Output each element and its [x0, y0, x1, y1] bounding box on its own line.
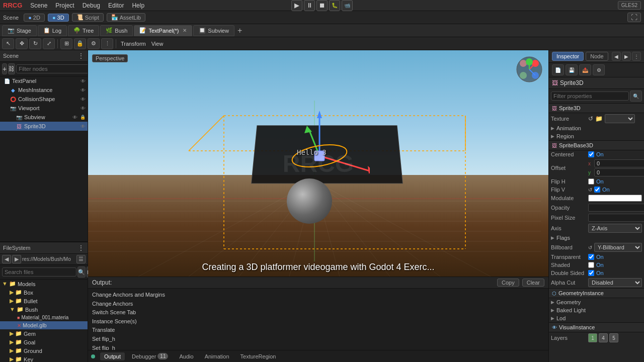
offset-x-input[interactable]: 0 [594, 159, 644, 167]
fs-bullet-folder[interactable]: ▶ 📁 Bullet [0, 297, 88, 305]
tab-log[interactable]: 📋 Log [38, 25, 67, 36]
group-tool[interactable]: ⚙ [88, 38, 100, 49]
scale-tool[interactable]: ⤢ [43, 38, 55, 49]
fs-key-folder[interactable]: ▶ 📁 Key [0, 355, 88, 362]
meshinstance-vis[interactable]: 👁 [80, 87, 86, 93]
snap-tool[interactable]: ⊞ [60, 38, 72, 49]
fs-search-input[interactable] [2, 267, 76, 277]
fs-ground-folder[interactable]: ▶ 📁 Ground [0, 346, 88, 355]
transparent-checkbox[interactable] [588, 254, 594, 260]
menu-editor[interactable]: Editor [105, 1, 127, 10]
shaded-checkbox[interactable] [588, 262, 594, 268]
fs-search-btn[interactable]: 🔍 [77, 266, 86, 278]
move-tool[interactable]: ✥ [16, 38, 28, 49]
tab-inspector[interactable]: Inspector [552, 52, 584, 61]
alpha-cut-dropdown[interactable]: Disabled [588, 278, 642, 287]
texture-dropdown[interactable] [605, 114, 635, 123]
sprite3d-vis[interactable]: 👁 [80, 124, 86, 129]
flip-v-reset-btn[interactable]: ↺ [588, 187, 592, 193]
fs-path-more[interactable]: ☰ [76, 255, 86, 263]
scene-settings-btn[interactable]: ⋮ [77, 52, 85, 60]
clear-btn[interactable]: Clear [522, 279, 544, 287]
play-button[interactable]: ▶ [291, 0, 302, 11]
fs-forward-btn[interactable]: ▶ [12, 255, 21, 263]
tab-node[interactable]: Node [586, 52, 608, 61]
fs-box-folder[interactable]: ▶ 📁 Box [0, 288, 88, 297]
scene-instance-btn[interactable]: ⛓ [8, 63, 15, 74]
scene-node-viewport[interactable]: 📷 Viewport 👁 [0, 104, 88, 113]
inspector-save-btn[interactable]: 💾 [566, 64, 578, 75]
offset-y-input[interactable]: 0 [594, 168, 644, 176]
fs-glb-file[interactable]: ✕ Model.glb [0, 321, 88, 329]
textpanel-vis[interactable]: 👁 [80, 78, 86, 84]
tab-output[interactable]: Output [100, 352, 125, 360]
inspector-doc-btn[interactable]: 📄 [552, 64, 564, 75]
viewport-vis[interactable]: 👁 [80, 106, 86, 111]
fs-bush-folder[interactable]: ▼ 📁 Bush [0, 305, 88, 314]
fs-mat-file[interactable]: ■ Material_001.materia [0, 314, 88, 321]
tab-stage[interactable]: 📷 Stage [2, 25, 37, 36]
scene-node-sprite3d[interactable]: 🖼 Sprite3D 👁 [0, 122, 88, 131]
mode-3d-btn[interactable]: ●3D [48, 14, 69, 22]
billboard-reset-btn[interactable]: ↺ [588, 245, 592, 250]
centered-checkbox[interactable] [588, 151, 594, 157]
pixel-size-input[interactable]: 0.01 [588, 214, 644, 222]
scene-node-meshinstance[interactable]: ◆ MeshInstance 👁 [0, 85, 88, 95]
texture-folder-btn[interactable]: 📁 [595, 115, 603, 122]
inspector-settings-btn[interactable]: ⚙ [593, 64, 605, 75]
flip-v-checkbox[interactable] [594, 187, 600, 193]
inspector-more-btn[interactable]: ⋮ [632, 52, 641, 61]
assetlib-btn[interactable]: 🏪AssetLib [107, 13, 145, 22]
scene-add-btn[interactable]: + [2, 63, 7, 74]
tab-animation[interactable]: Animation [201, 352, 233, 360]
perspective-label[interactable]: Perspective [92, 54, 128, 62]
scene-filter-input[interactable] [16, 64, 88, 73]
pause-button[interactable]: ⏸ [304, 0, 315, 11]
menu-project[interactable]: Project [52, 1, 77, 10]
movie-button[interactable]: 📹 [342, 0, 353, 11]
menu-help[interactable]: Help [129, 1, 147, 10]
tab-debugger[interactable]: Debugger 11 [128, 352, 172, 360]
double-sided-checkbox[interactable] [588, 270, 594, 276]
fs-back-btn[interactable]: ◀ [2, 255, 11, 263]
tab-texture[interactable]: TextureRegion [236, 352, 280, 360]
menu-scene[interactable]: Scene [27, 1, 50, 10]
select-tool[interactable]: ↖ [2, 38, 14, 49]
expand-btn[interactable]: ⛶ [627, 13, 641, 22]
axis-dropdown[interactable]: Z-Axis [588, 224, 642, 233]
fs-models-folder[interactable]: ▼ 📁 Models [0, 280, 88, 288]
inspector-forward-btn[interactable]: ▶ [622, 52, 631, 61]
scene-node-textpanel[interactable]: 📄 TextPanel 👁 [0, 76, 88, 85]
layer-1-btn[interactable]: 1 [588, 333, 597, 342]
stop-button[interactable]: ⏹ [316, 0, 328, 11]
collision-vis[interactable]: 👁 [80, 97, 86, 102]
more-tool[interactable]: ⋮ [101, 38, 113, 49]
fs-gem-folder[interactable]: ▶ 📁 Gem [0, 329, 88, 338]
tab-audio[interactable]: Audio [175, 352, 197, 360]
script-btn[interactable]: 📜Script [72, 13, 104, 22]
filter-properties-input[interactable] [551, 92, 629, 101]
tab-tree[interactable]: 🌳 Tree [68, 25, 99, 36]
texture-reset-btn[interactable]: ↺ [588, 115, 593, 122]
debug-button[interactable]: 🐛 [329, 0, 340, 11]
tab-add-btn[interactable]: + [235, 26, 244, 35]
billboard-dropdown[interactable]: Y-Billboard [594, 243, 642, 252]
inspector-history-btn[interactable]: ◀ [612, 52, 621, 61]
fs-settings-btn[interactable]: ⋮ [77, 244, 85, 252]
tab-textpanel[interactable]: 📝 TextPanel(*) ✕ [134, 25, 192, 36]
flip-h-checkbox[interactable] [588, 178, 594, 185]
mode-2d-btn[interactable]: ●2D [24, 14, 45, 22]
subview-vis[interactable]: 👁 [72, 115, 77, 120]
tab-bush[interactable]: 🌿 Bush [100, 25, 133, 36]
scene-node-subview[interactable]: 📷 Subview 👁 🔒 [0, 113, 88, 122]
rotate-tool[interactable]: ↻ [29, 38, 41, 49]
opacity-input[interactable]: 1 [588, 204, 644, 212]
fs-goal-folder[interactable]: ▶ 📁 Goal [0, 338, 88, 346]
scene-node-collisionshape[interactable]: ⭕ CollisionShape 👁 [0, 95, 88, 104]
copy-btn[interactable]: Copy [497, 279, 519, 287]
tab-subview[interactable]: 🔲 Subview [193, 25, 234, 36]
layer-5-btn[interactable]: 5 [609, 333, 618, 342]
layer-4-btn[interactable]: 4 [599, 333, 608, 342]
menu-debug[interactable]: Debug [79, 1, 103, 10]
filter-search-btn[interactable]: 🔍 [630, 90, 642, 102]
